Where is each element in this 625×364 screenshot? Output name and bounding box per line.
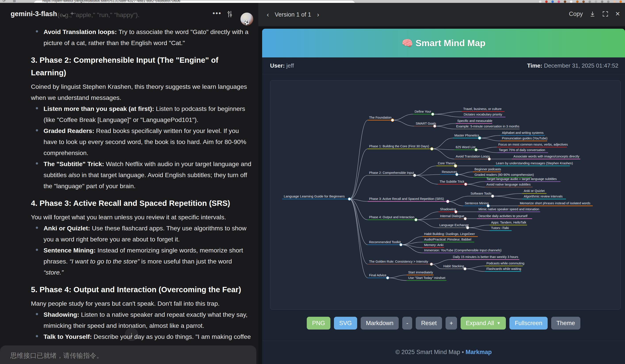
bullet-dot [36, 227, 38, 229]
model-selector[interactable]: gemini-3-flash [11, 10, 57, 18]
extension-icon[interactable] [576, 0, 579, 3]
png-button[interactable]: PNG [307, 317, 330, 330]
reset-button[interactable]: Reset [416, 317, 442, 330]
extension-icon[interactable] [601, 0, 603, 3]
mindmap-link [416, 220, 438, 228]
mindmap-link [476, 150, 498, 153]
paragraph: Many people study for years but can't sp… [31, 298, 252, 309]
markdown-button[interactable]: Markdown [361, 317, 399, 330]
mindmap-link [349, 199, 368, 278]
download-icon[interactable] [590, 11, 595, 17]
mindmap-node-circle[interactable] [491, 195, 494, 198]
extension-icon[interactable] [582, 0, 585, 3]
mindmap-node-label: Target 75% of daily conversation [499, 148, 545, 152]
mindmap-node-circle[interactable] [431, 113, 434, 116]
address-bar[interactable]: https://open-webui.yangtzedaidata.site/c… [33, 1, 355, 3]
prev-version-button[interactable]: ‹ [267, 11, 269, 18]
theme-button[interactable]: Theme [551, 317, 580, 330]
mindmap-node-label: Immersion: YouTube (Comprehensible Input… [424, 249, 501, 252]
mindmap-toolbar: PNGSVGMarkdown-Reset+Expand All▼Fullscre… [262, 317, 625, 330]
mindmap-node-circle[interactable] [386, 277, 389, 280]
mindmap-node-label: Alphabet and writing systems [502, 131, 544, 135]
mindmap-node-label: Example: 5-minute conversation in 3 mont… [456, 125, 519, 128]
mindmap-link [431, 264, 442, 269]
extension-icons[interactable] [539, 0, 622, 3]
zoom-button[interactable]: + [445, 317, 457, 330]
user-avatar[interactable]: ⚽ [241, 13, 253, 26]
extension-icon[interactable] [570, 0, 572, 3]
mindmap-canvas[interactable]: Language Learning Guide for BeginnersThe… [270, 80, 621, 310]
close-icon[interactable]: ✕ [615, 10, 620, 17]
mindmap-node-label: Travel, business, or culture [463, 107, 502, 111]
markmap-link[interactable]: Markmap [466, 349, 492, 355]
chat-input[interactable]: 思维接口已就绪，请传输指令。 [0, 345, 256, 364]
time-info: Time: December 31, 2025 01:47:52 [527, 62, 618, 69]
mindmap-link [435, 123, 456, 126]
expand-all-button[interactable]: Expand All▼ [461, 317, 506, 330]
reload-icon[interactable]: ⟳ [3, 0, 5, 3]
mindmap-link [480, 135, 500, 138]
mindmap-link [466, 182, 485, 184]
bullet-dot [36, 30, 38, 32]
extension-icon[interactable] [613, 0, 616, 3]
mindmap-node-label: Software Tools [470, 192, 492, 195]
extension-icon[interactable] [589, 0, 591, 3]
mindmap-node-label: Algorithmic review intervals [524, 195, 563, 198]
mindmap-node-label: Daily 15 minutes is better than weekly 3… [453, 255, 518, 259]
mindmap-node-circle[interactable] [348, 198, 351, 200]
mindmap-node-label: Shadowing [440, 207, 456, 211]
extension-icon[interactable] [558, 0, 560, 3]
mindmap-link [435, 126, 455, 129]
extension-icon[interactable] [595, 0, 597, 3]
mindmap-node-circle[interactable] [464, 183, 467, 186]
mindmap-node-label: Phase 3: Active Recall and Spaced Repeti… [369, 197, 444, 200]
mindmap-node-circle[interactable] [446, 200, 449, 203]
tab-grid-icon[interactable]: ⊞ [13, 0, 16, 3]
mindmap-node-circle[interactable] [430, 263, 433, 266]
mindmap-link [401, 245, 423, 253]
mindmap-node-label: Define Your [415, 110, 431, 113]
mindmap-link [432, 138, 453, 149]
mindmap-node-label: Language Learning Guide for Beginners [284, 194, 345, 198]
more-menu-icon[interactable]: ••• [213, 9, 222, 17]
new-chat-button[interactable]: + [70, 10, 74, 17]
extension-icon[interactable] [551, 0, 554, 3]
scrolled-text-fragment: (e.g., "apple," "run," "happy"). [58, 11, 139, 19]
mindmap-node-label: Learn by understanding messages (Stephen… [496, 162, 573, 165]
controls-sliders-icon[interactable] [226, 10, 233, 18]
extension-icon[interactable] [620, 0, 622, 3]
paragraph: You will forget what you learn unless yo… [31, 212, 252, 223]
mindmap-link [388, 275, 407, 278]
mindmap-node-label: Internal Dialogue [440, 214, 464, 218]
mindmap-header: 🧠 Smart Mind Map [262, 29, 625, 57]
scroll-to-bottom-button[interactable]: ↓ [125, 328, 138, 341]
fullscreen-icon[interactable] [602, 11, 608, 17]
extension-icon[interactable] [545, 0, 548, 3]
mindmap-node-circle[interactable] [431, 147, 433, 150]
zoom-button[interactable]: - [402, 317, 412, 330]
extension-icon[interactable] [539, 0, 541, 3]
chevron-down-icon[interactable]: ⌄ [62, 11, 66, 18]
mindmap-node-label: Habit Building: Duolingo, LingoDeer [424, 232, 475, 236]
fullscreen-button[interactable]: Fullscreen [509, 317, 548, 330]
next-version-button[interactable]: › [317, 11, 319, 18]
mindmap-link [457, 174, 473, 177]
soccer-ball-icon: ⚽ [244, 20, 250, 26]
mindmap-link [476, 147, 497, 150]
url-text: https://open-webui.yangtzedaidata.site/c… [42, 0, 180, 3]
user-info: User: jeff [270, 62, 294, 69]
bullet-item: Sentence Mining: Instead of memorizing s… [31, 245, 252, 278]
copy-button[interactable]: Copy [569, 11, 583, 17]
svg-button[interactable]: SVG [334, 317, 357, 330]
mindmap-node-circle[interactable] [415, 219, 417, 221]
mindmap-node-label: Associate words with images/concepts dir… [513, 155, 579, 158]
mindmap-link [448, 196, 469, 201]
mindmap-node-label: Mimic native speaker speed and intonatio… [478, 207, 539, 211]
extension-icon[interactable] [564, 0, 566, 3]
mindmap-node-label: Tutors: iTalki [491, 226, 509, 230]
mindmap-link [415, 175, 438, 184]
extension-icon[interactable] [607, 0, 610, 3]
section-heading: 3. Phase 2: Comprehensible Input (The "E… [31, 54, 252, 79]
mindmap-node-label: Habit Stacking [443, 264, 464, 268]
mindmap-link [432, 149, 454, 159]
